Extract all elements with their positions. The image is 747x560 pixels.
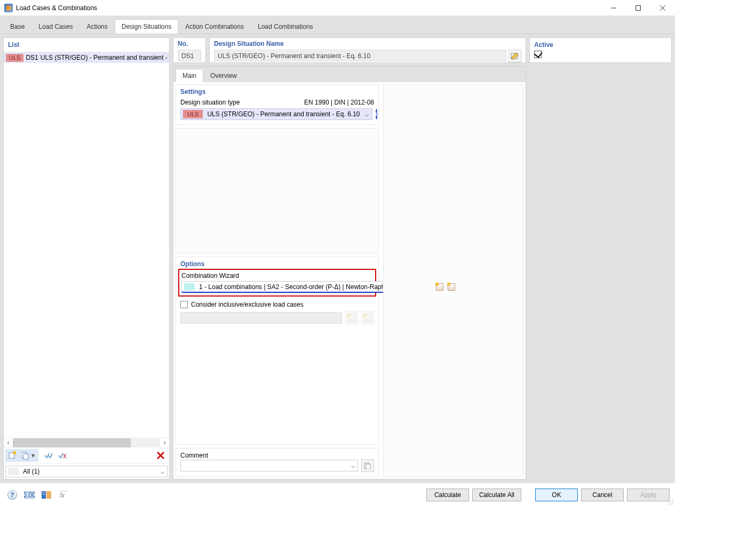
scrollbar-thumb[interactable]: [13, 438, 131, 447]
inclusive-exclusive-combo: [180, 312, 342, 324]
edit-icon: [448, 283, 455, 291]
svg-point-23: [672, 501, 673, 502]
layout-button[interactable]: [39, 488, 53, 502]
horizontal-scrollbar[interactable]: ‹ ›: [4, 438, 169, 447]
svg-rect-16: [46, 491, 51, 499]
name-value: ULS (STR/GEO) - Permanent and transient …: [214, 50, 506, 61]
svg-point-25: [670, 503, 671, 505]
no-panel: No. DS1: [173, 37, 206, 63]
comment-combo[interactable]: ⌵: [180, 460, 358, 471]
list-filter: All (1) ⌵: [4, 463, 169, 479]
list-item[interactable]: ULS DS1 ULS (STR/GEO) - Permanent and tr…: [4, 52, 169, 63]
close-button[interactable]: [650, 0, 675, 16]
new-item-button[interactable]: [5, 449, 19, 462]
combo-swatch: [184, 283, 195, 291]
resize-grip-icon[interactable]: [666, 498, 674, 505]
tab-overview[interactable]: Overview: [203, 69, 244, 82]
units-button[interactable]: 0.00: [22, 488, 36, 502]
name-header: Design Situation Name: [214, 40, 521, 47]
titlebar: Load Cases & Combinations: [0, 0, 675, 16]
active-panel: Active: [529, 37, 672, 63]
new-icon: [348, 314, 355, 322]
delete-button[interactable]: [154, 449, 168, 462]
list-item-text: ULS (STR/GEO) - Permanent and transient …: [41, 54, 168, 61]
copy-item-button[interactable]: ▾: [19, 449, 38, 462]
comment-edit-button[interactable]: [361, 459, 374, 472]
minimize-button[interactable]: [601, 0, 626, 16]
apply-button: Apply: [627, 489, 670, 501]
calculate-button[interactable]: Calculate: [426, 489, 469, 501]
check-tool-button[interactable]: [42, 449, 55, 462]
function-button[interactable]: fx: [57, 488, 70, 502]
incl-new-button: [345, 311, 358, 324]
svg-text:0.00: 0.00: [24, 491, 35, 499]
list-panel: List ULS DS1 ULS (STR/GEO) - Permanent a…: [3, 37, 170, 479]
ok-button[interactable]: OK: [535, 489, 578, 501]
dialog-footer: ? 0.00 fx Calculate Calculate All OK Can…: [0, 483, 675, 506]
cancel-button[interactable]: Cancel: [581, 489, 624, 501]
info-button[interactable]: i: [376, 109, 377, 119]
svg-text:fx: fx: [60, 492, 65, 499]
tab-load-cases[interactable]: Load Cases: [31, 19, 80, 34]
chevron-down-icon: ▾: [30, 452, 36, 459]
svg-point-21: [672, 499, 673, 500]
list-body[interactable]: ULS DS1 ULS (STR/GEO) - Permanent and tr…: [4, 52, 169, 438]
preview-panel: [383, 84, 523, 477]
settings-group: Settings Design situation type EN 1990 |…: [176, 84, 379, 125]
help-button[interactable]: ?: [5, 488, 19, 502]
uls-chip: ULS: [6, 54, 23, 62]
design-situation-type-label: Design situation type: [180, 99, 240, 106]
chevron-down-icon: ⌵: [157, 468, 167, 475]
tab-load-combinations[interactable]: Load Combinations: [251, 19, 320, 34]
tab-action-combinations[interactable]: Action Combinations: [178, 19, 251, 34]
edit-icon: [364, 314, 371, 322]
options-title: Options: [180, 260, 374, 268]
new-icon: [436, 283, 443, 291]
app-icon: [4, 4, 13, 12]
no-value: DS1: [178, 50, 201, 61]
active-checkbox[interactable]: [534, 51, 542, 58]
svg-point-22: [670, 501, 671, 502]
active-header: Active: [534, 41, 667, 49]
highlight-box: Combination Wizard 1 - Load combinations…: [178, 269, 376, 297]
maximize-button[interactable]: [626, 0, 650, 16]
combination-wizard-label: Combination Wizard: [181, 272, 373, 279]
consider-label: Consider inclusive/exclusive load cases: [191, 301, 304, 308]
consider-checkbox[interactable]: [180, 301, 188, 308]
svg-rect-5: [13, 451, 16, 454]
rename-button[interactable]: [508, 50, 521, 62]
incl-edit-button: [361, 311, 374, 324]
svg-rect-7: [23, 454, 28, 459]
no-header: No.: [178, 40, 201, 47]
filter-combo[interactable]: All (1) ⌵: [5, 466, 168, 477]
help-icon: ?: [7, 490, 17, 500]
svg-rect-1: [636, 5, 641, 10]
main-tabs: Base Load Cases Actions Design Situation…: [0, 16, 675, 34]
list-item-id: DS1: [26, 54, 38, 61]
scroll-right-icon[interactable]: ›: [160, 438, 169, 447]
settings-title: Settings: [180, 88, 374, 95]
list-toolbar: ▾: [4, 447, 169, 463]
filter-text: All (1): [21, 468, 157, 475]
calculate-all-button[interactable]: Calculate All: [472, 489, 521, 501]
standard-label: EN 1990 | DIN | 2012-08: [304, 99, 374, 106]
filter-swatch: [8, 468, 19, 475]
svg-rect-15: [42, 491, 46, 499]
svg-point-24: [668, 503, 669, 505]
tab-design-situations[interactable]: Design Situations: [115, 19, 178, 34]
uls-chip: ULS: [183, 110, 203, 118]
list-header: List: [4, 38, 169, 52]
chevron-down-icon: ⌵: [348, 462, 357, 469]
check-cross-tool-button[interactable]: [55, 449, 69, 462]
design-situation-type-combo[interactable]: ULS ULS (STR/GEO) - Permanent and transi…: [180, 108, 372, 120]
tab-base[interactable]: Base: [3, 19, 31, 34]
tab-main[interactable]: Main: [176, 69, 203, 82]
design-situation-type-value: ULS (STR/GEO) - Permanent and transient …: [205, 110, 362, 118]
options-group: Options Combination Wizard 1 - Load comb…: [176, 257, 379, 445]
window-title: Load Cases & Combinations: [16, 4, 97, 12]
comment-title: Comment: [180, 452, 374, 459]
scroll-left-icon[interactable]: ‹: [4, 438, 13, 447]
tab-actions[interactable]: Actions: [80, 19, 114, 34]
chevron-down-icon: ⌵: [362, 110, 372, 118]
comment-group: Comment ⌵: [176, 448, 379, 477]
